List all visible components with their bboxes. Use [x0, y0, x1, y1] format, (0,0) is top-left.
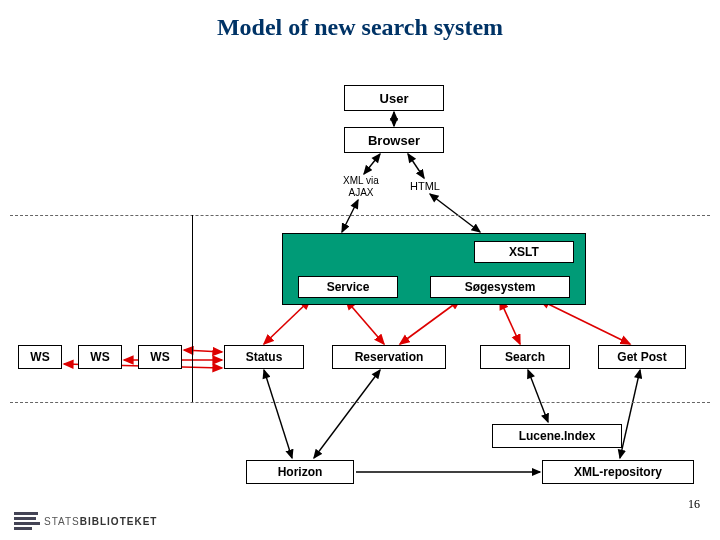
svg-line-1 — [364, 154, 380, 174]
svg-line-5 — [264, 300, 310, 344]
xslt-box: XSLT — [474, 241, 574, 263]
sogesystem-box: Søgesystem — [430, 276, 570, 298]
logo-icon — [14, 510, 38, 532]
svg-line-6 — [346, 300, 384, 344]
status-box: Status — [224, 345, 304, 369]
svg-line-2 — [408, 154, 424, 178]
ws-box-3: WS — [138, 345, 182, 369]
logo-text-thin: STATS — [44, 516, 80, 527]
xml-ajax-label: XML via AJAX — [336, 175, 386, 199]
svg-line-3 — [342, 200, 358, 232]
svg-line-15 — [528, 370, 548, 422]
browser-box: Browser — [344, 127, 444, 153]
svg-line-10 — [184, 350, 222, 352]
logo-text-bold: BIBLIOTEKET — [80, 516, 158, 527]
ws-box-2: WS — [78, 345, 122, 369]
page-number: 16 — [688, 497, 700, 512]
search-box: Search — [480, 345, 570, 369]
user-box: User — [344, 85, 444, 111]
ws-box-1: WS — [18, 345, 62, 369]
getpost-box: Get Post — [598, 345, 686, 369]
xml-ajax-line1: XML via — [343, 175, 379, 186]
xml-ajax-line2: AJAX — [348, 187, 373, 198]
svg-line-7 — [400, 300, 460, 344]
svg-line-8 — [500, 300, 520, 344]
statsbiblioteket-logo: STATSBIBLIOTEKET — [14, 510, 157, 532]
lucene-box: Lucene.Index — [492, 424, 622, 448]
service-box: Service — [298, 276, 398, 298]
xml-repository-box: XML-repository — [542, 460, 694, 484]
logo-text: STATSBIBLIOTEKET — [44, 516, 157, 527]
vertical-divider — [192, 215, 193, 402]
divider-top — [10, 215, 710, 216]
horizon-box: Horizon — [246, 460, 354, 484]
slide-title: Model of new search system — [0, 14, 720, 41]
divider-bottom — [10, 402, 710, 403]
svg-line-16 — [620, 370, 640, 458]
reservation-box: Reservation — [332, 345, 446, 369]
svg-line-14 — [314, 370, 380, 458]
svg-line-4 — [430, 194, 480, 232]
html-label: HTML — [410, 180, 440, 192]
svg-line-13 — [264, 370, 292, 458]
svg-line-9 — [540, 300, 630, 344]
